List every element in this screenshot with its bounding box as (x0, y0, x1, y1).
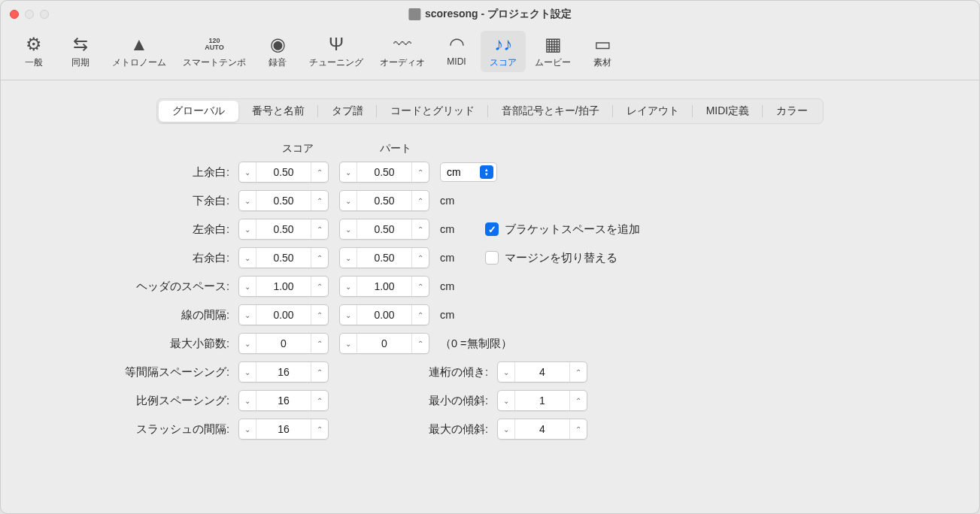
close-button[interactable] (10, 10, 19, 19)
chevron-up-icon[interactable]: ⌃ (311, 362, 328, 382)
bottom-margin-score-stepper[interactable]: ⌄ 0.50 ⌃ (238, 190, 329, 211)
label-min-slope: 最小の傾斜: (407, 394, 497, 408)
subtab-numname[interactable]: 番号と名前 (238, 101, 318, 122)
min-slope-stepper[interactable]: ⌄ 1 ⌃ (497, 390, 587, 411)
chevron-up-icon[interactable]: ⌃ (311, 191, 328, 210)
chevron-up-icon[interactable]: ⌃ (311, 162, 328, 182)
right-margin-part-stepper[interactable]: ⌄ 0.50 ⌃ (339, 247, 429, 268)
chevron-down-icon[interactable]: ⌄ (239, 391, 256, 410)
subtab-chord[interactable]: コードとグリッド (377, 101, 488, 122)
subtab-clef[interactable]: 音部記号とキー/拍子 (488, 101, 613, 122)
row-left-margin: 左余白: ⌄ 0.50 ⌃ ⌄ 0.50 ⌃ cm ✓ ブラケットスペースを追加 (68, 219, 957, 240)
chevron-down-icon[interactable]: ⌄ (239, 305, 256, 325)
tab-general[interactable]: ⚙︎ 一般 (11, 31, 56, 72)
chevron-up-icon[interactable]: ⌃ (570, 419, 587, 439)
chevron-down-icon[interactable]: ⌄ (340, 162, 357, 182)
max-bars-score-stepper[interactable]: ⌄ 0 ⌃ (238, 333, 329, 354)
header-space-score-stepper[interactable]: ⌄ 1.00 ⌃ (238, 276, 329, 297)
chevron-down-icon[interactable]: ⌄ (239, 191, 256, 210)
chevron-down-icon[interactable]: ⌄ (239, 219, 256, 239)
chevron-up-icon[interactable]: ⌃ (311, 219, 328, 239)
chevron-up-icon[interactable]: ⌃ (311, 334, 328, 353)
left-margin-part-stepper[interactable]: ⌄ 0.50 ⌃ (339, 219, 429, 240)
chevron-down-icon[interactable]: ⌄ (498, 362, 514, 382)
line-distance-part-stepper[interactable]: ⌄ 0.00 ⌃ (339, 304, 429, 325)
chevron-down-icon[interactable]: ⌄ (239, 334, 256, 353)
header-space-part-stepper[interactable]: ⌄ 1.00 ⌃ (339, 276, 429, 297)
tab-assets[interactable]: ▭ 素材 (580, 31, 625, 72)
row-max-bars: 最大小節数: ⌄ 0 ⌃ ⌄ 0 ⌃ （0 =無制限） (68, 333, 957, 354)
line-distance-score-stepper[interactable]: ⌄ 0.00 ⌃ (238, 304, 329, 325)
subtab-color[interactable]: カラー (763, 101, 821, 122)
top-margin-score-stepper[interactable]: ⌄ 0.50 ⌃ (238, 162, 329, 183)
row-line-distance: 線の間隔: ⌄ 0.00 ⌃ ⌄ 0.00 ⌃ cm (68, 304, 957, 325)
score-icon: ♪♪ (491, 34, 515, 55)
subtab-mididef[interactable]: MIDI定義 (693, 101, 763, 122)
chevron-up-icon[interactable]: ⌃ (412, 162, 429, 182)
chevron-up-icon[interactable]: ⌃ (412, 277, 429, 296)
chevron-down-icon[interactable]: ⌄ (239, 162, 256, 182)
bottom-margin-part-stepper[interactable]: ⌄ 0.50 ⌃ (339, 190, 429, 211)
max-slope-stepper[interactable]: ⌄ 4 ⌃ (497, 419, 587, 440)
chevron-down-icon[interactable]: ⌄ (239, 419, 256, 439)
prop-spacing-stepper[interactable]: ⌄ 16 ⌃ (238, 390, 329, 411)
top-margin-part-stepper[interactable]: ⌄ 0.50 ⌃ (339, 162, 429, 183)
row-slash-spacing: スラッシュの間隔: ⌄ 16 ⌃ 最大の傾斜: ⌄ 4 ⌃ (68, 419, 957, 440)
tab-score[interactable]: ♪♪ スコア (481, 31, 526, 72)
tab-smarttempo[interactable]: 120AUTO スマートテンポ (175, 31, 253, 72)
toggle-margin-checkbox[interactable] (485, 251, 499, 265)
row-right-margin: 右余白: ⌄ 0.50 ⌃ ⌄ 0.50 ⌃ cm マージンを切り替える (68, 247, 957, 268)
tab-movie[interactable]: ▦ ムービー (527, 31, 578, 72)
chevron-up-icon[interactable]: ⌃ (311, 277, 328, 296)
slash-spacing-stepper[interactable]: ⌄ 16 ⌃ (238, 419, 329, 440)
chevron-down-icon[interactable]: ⌄ (239, 362, 256, 382)
chevron-down-icon[interactable]: ⌄ (340, 191, 357, 210)
chevron-up-icon[interactable]: ⌃ (311, 248, 328, 268)
unit-select[interactable]: cm ▴▾ (440, 162, 497, 182)
chevron-down-icon[interactable]: ⌄ (340, 219, 357, 239)
equal-spacing-stepper[interactable]: ⌄ 16 ⌃ (238, 361, 329, 382)
bracket-space-checkbox[interactable]: ✓ (485, 222, 499, 236)
minimize-button[interactable] (25, 10, 34, 19)
traffic-lights (10, 10, 49, 19)
chevron-up-icon[interactable]: ⌃ (311, 391, 328, 410)
bracket-space-label: ブラケットスペースを追加 (505, 222, 640, 237)
tab-metronome[interactable]: ▲ メトロノーム (105, 31, 174, 72)
chevron-up-icon[interactable]: ⌃ (412, 334, 429, 353)
chevron-up-icon[interactable]: ⌃ (570, 391, 587, 410)
chevron-up-icon[interactable]: ⌃ (412, 248, 429, 268)
chevron-down-icon[interactable]: ⌄ (239, 248, 256, 268)
max-bars-part-stepper[interactable]: ⌄ 0 ⌃ (339, 333, 429, 354)
form: スコア パート 上余白: ⌄ 0.50 ⌃ ⌄ 0.50 ⌃ cm ▴▾ (23, 142, 957, 440)
subtab-global[interactable]: グローバル (159, 101, 238, 122)
tab-midi[interactable]: ◠ MIDI (434, 31, 479, 72)
tab-record[interactable]: ◉ 録音 (255, 31, 300, 72)
zoom-button[interactable] (40, 10, 49, 19)
chevron-up-icon[interactable]: ⌃ (412, 219, 429, 239)
chevron-down-icon[interactable]: ⌄ (498, 419, 514, 439)
chevron-down-icon[interactable]: ⌄ (498, 391, 514, 410)
beam-slope-stepper[interactable]: ⌄ 4 ⌃ (497, 361, 587, 382)
chevron-down-icon[interactable]: ⌄ (340, 248, 357, 268)
chevron-down-icon[interactable]: ⌄ (340, 334, 357, 353)
chevron-up-icon[interactable]: ⌃ (412, 191, 429, 210)
tab-tuning[interactable]: Ψ チューニング (302, 31, 371, 72)
left-margin-score-stepper[interactable]: ⌄ 0.50 ⌃ (238, 219, 329, 240)
toggle-margin-label: マージンを切り替える (505, 251, 617, 265)
right-margin-score-stepper[interactable]: ⌄ 0.50 ⌃ (238, 247, 329, 268)
tab-audio[interactable]: 〰 オーディオ (372, 31, 432, 72)
chevron-up-icon[interactable]: ⌃ (412, 305, 429, 325)
chevron-down-icon[interactable]: ⌄ (340, 277, 357, 296)
top-margin-score-value[interactable]: 0.50 (256, 162, 311, 182)
subtab-layout[interactable]: レイアウト (613, 101, 693, 122)
chevron-down-icon[interactable]: ⌄ (340, 305, 357, 325)
chevron-up-icon[interactable]: ⌃ (311, 305, 328, 325)
label-beam-slope: 連桁の傾き: (407, 365, 497, 379)
tab-sync[interactable]: ⇆ 同期 (58, 31, 103, 72)
chevron-up-icon[interactable]: ⌃ (570, 362, 587, 382)
top-margin-part-value[interactable]: 0.50 (357, 162, 412, 182)
smarttempo-icon: 120AUTO (202, 34, 226, 55)
chevron-up-icon[interactable]: ⌃ (311, 419, 328, 439)
chevron-down-icon[interactable]: ⌄ (239, 277, 256, 296)
subtab-tab[interactable]: タブ譜 (318, 101, 377, 122)
